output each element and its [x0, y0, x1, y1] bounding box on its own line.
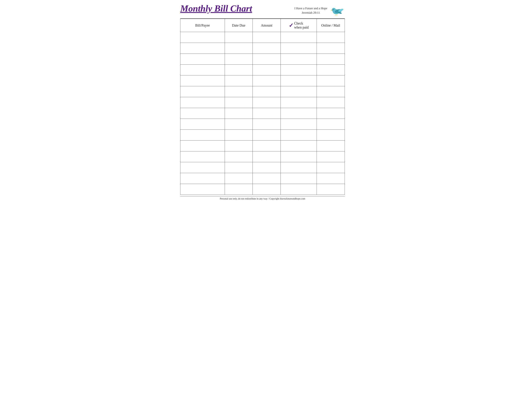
table-header-row: Bill/Payee Date Due Amount ✓ Check when …	[180, 19, 345, 32]
table-cell	[253, 119, 281, 130]
table-cell	[180, 108, 225, 119]
check-text: Check when paid	[294, 21, 309, 29]
table-cell	[281, 65, 317, 75]
table-cell	[180, 97, 225, 108]
table-row	[180, 43, 345, 54]
table-cell	[281, 97, 317, 108]
table-cell	[281, 32, 317, 43]
table-cell	[253, 173, 281, 184]
col-header-amount: Amount	[253, 19, 281, 32]
table-row	[180, 119, 345, 130]
table-cell	[225, 173, 253, 184]
table-cell	[180, 54, 225, 65]
table-cell	[253, 54, 281, 65]
table-cell	[180, 130, 225, 140]
table-row	[180, 184, 345, 195]
table-cell	[253, 130, 281, 140]
bird-icon	[329, 4, 345, 17]
table-row	[180, 130, 345, 140]
table-row	[180, 75, 345, 86]
header-right: I Have a Future and a Hope Jeremiah 29:1…	[294, 4, 345, 17]
table-cell	[180, 151, 225, 162]
footer: Personal use only, do not redistribute i…	[180, 196, 345, 201]
table-cell	[225, 86, 253, 97]
table-cell	[253, 97, 281, 108]
table-row	[180, 151, 345, 162]
bird-container: I Have a Future and a Hope Jeremiah 29:1…	[294, 4, 345, 17]
table-cell	[225, 162, 253, 173]
page-title: Monthly Bill Chart	[180, 3, 252, 13]
table-cell	[253, 140, 281, 151]
table-cell	[225, 97, 253, 108]
col-header-online: Online / Mail	[317, 19, 345, 32]
table-row	[180, 162, 345, 173]
table-cell	[317, 162, 345, 173]
table-cell	[225, 119, 253, 130]
table-cell	[180, 184, 225, 195]
table-cell	[317, 119, 345, 130]
table-cell	[225, 65, 253, 75]
table-cell	[317, 65, 345, 75]
tagline: I Have a Future and a Hope Jeremiah 29:1…	[294, 6, 327, 15]
table-row	[180, 86, 345, 97]
table-cell	[253, 75, 281, 86]
table-cell	[281, 75, 317, 86]
table-cell	[281, 119, 317, 130]
table-cell	[253, 108, 281, 119]
table-cell	[225, 75, 253, 86]
table-cell	[317, 151, 345, 162]
bill-chart-table: Bill/Payee Date Due Amount ✓ Check when …	[180, 19, 345, 195]
tagline-line2: Jeremiah 29:11	[302, 11, 320, 14]
table-cell	[317, 184, 345, 195]
table-row	[180, 108, 345, 119]
table-cell	[180, 173, 225, 184]
table-cell	[180, 32, 225, 43]
checkmark-icon: ✓	[289, 23, 293, 28]
table-row	[180, 140, 345, 151]
table-cell	[281, 130, 317, 140]
table-cell	[225, 43, 253, 54]
table-cell	[281, 54, 317, 65]
check-header-content: ✓ Check when paid	[282, 21, 315, 29]
svg-point-3	[333, 9, 334, 10]
table-cell	[281, 108, 317, 119]
table-cell	[180, 75, 225, 86]
table-body	[180, 32, 345, 195]
table-cell	[225, 130, 253, 140]
table-cell	[317, 86, 345, 97]
table-cell	[281, 86, 317, 97]
table-cell	[225, 151, 253, 162]
col-header-date: Date Due	[225, 19, 253, 32]
col-header-bill: Bill/Payee	[180, 19, 225, 32]
table-row	[180, 173, 345, 184]
table-cell	[180, 43, 225, 54]
table-cell	[180, 86, 225, 97]
table-cell	[253, 65, 281, 75]
table-cell	[180, 65, 225, 75]
table-cell	[281, 43, 317, 54]
table-cell	[225, 32, 253, 43]
table-cell	[281, 184, 317, 195]
table-row	[180, 97, 345, 108]
tagline-line1: I Have a Future and a Hope	[294, 7, 327, 10]
table-cell	[253, 86, 281, 97]
table-cell	[180, 140, 225, 151]
table-cell	[281, 140, 317, 151]
table-cell	[225, 140, 253, 151]
table-cell	[253, 162, 281, 173]
table-cell	[225, 184, 253, 195]
table-cell	[225, 54, 253, 65]
table-row	[180, 32, 345, 43]
table-cell	[253, 151, 281, 162]
table-cell	[253, 184, 281, 195]
table-cell	[317, 108, 345, 119]
page-header: Monthly Bill Chart I Have a Future and a…	[180, 3, 345, 17]
table-cell	[317, 97, 345, 108]
table-row	[180, 54, 345, 65]
footer-text: Personal use only, do not redistribute i…	[220, 197, 305, 200]
table-cell	[317, 130, 345, 140]
table-cell	[225, 108, 253, 119]
table-cell	[317, 43, 345, 54]
svg-line-13	[337, 15, 337, 16]
table-cell	[317, 140, 345, 151]
